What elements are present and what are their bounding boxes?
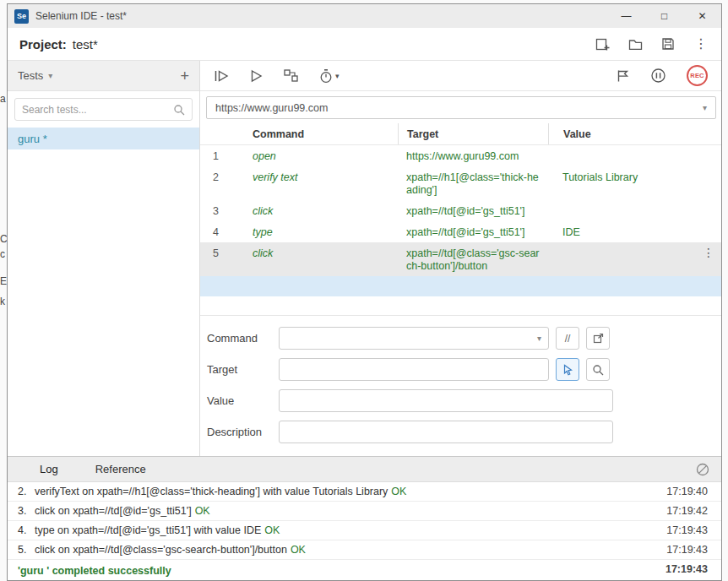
tests-sidebar: Tests ▾ + guru * (8, 61, 200, 456)
log-entry: 5.click on xpath=//td[@class='gsc-search… (8, 540, 721, 560)
chevron-down-icon[interactable]: ▾ (537, 334, 541, 343)
search-icon (592, 364, 604, 376)
clear-log-button[interactable] (696, 463, 709, 476)
test-list-item-guru[interactable]: guru * (8, 128, 199, 149)
find-target-button[interactable] (586, 358, 610, 381)
chevron-down-icon[interactable]: ▾ (48, 71, 52, 80)
log-entry: 2.verifyText on xpath=//h1[@class='thick… (8, 482, 721, 502)
table-row-selected[interactable]: 5 click xpath=//td[@class='gsc-search-bu… (200, 242, 721, 276)
command-cell: click (225, 242, 398, 276)
log-entry-text: verifyText on xpath=//h1[@class='thick-h… (35, 486, 388, 497)
log-entry-text: click on xpath=//td[@class='gsc-search-b… (35, 544, 287, 556)
log-panel: Log Reference 2.verifyText on xpath=//h1… (8, 456, 721, 580)
test-search-box (14, 98, 193, 121)
tab-reference[interactable]: Reference (77, 457, 165, 481)
base-url-combobox[interactable]: https://www.guru99.com ▾ (206, 96, 716, 119)
command-editor-form: Command ▾ // Target (200, 316, 721, 452)
log-entry-text: type on xpath=//td[@id='gs_tti51'] with … (35, 524, 261, 536)
log-entry-time: 17:19:43 (666, 524, 708, 537)
project-bar: Project: test* ⋮ (8, 28, 721, 61)
playback-toolbar: ▾ REC (200, 61, 721, 91)
project-name: test* (73, 37, 98, 52)
log-entry-status: OK (195, 505, 210, 517)
description-input[interactable] (279, 421, 613, 443)
command-cell: verify text (225, 166, 398, 200)
log-entry-time: 17:19:40 (666, 486, 708, 498)
empty-row[interactable] (200, 296, 721, 316)
maximize-icon: □ (661, 10, 667, 22)
pause-circle-icon (650, 68, 666, 84)
command-cell: open (225, 145, 398, 166)
log-entry-number: 3. (18, 505, 35, 518)
play-icon (250, 69, 263, 83)
maximize-button[interactable]: □ (645, 4, 683, 28)
command-column-header: Command (225, 123, 398, 144)
row-number: 5 (200, 242, 225, 276)
value-input[interactable] (279, 389, 613, 412)
log-entry: 4.type on xpath=//td[@id='gs_tti51'] wit… (8, 521, 721, 540)
external-link-icon (593, 333, 604, 344)
row-number: 4 (200, 221, 225, 242)
select-target-button[interactable] (556, 358, 579, 381)
run-current-test-button[interactable] (250, 69, 263, 83)
pause-on-exceptions-button[interactable] (650, 68, 666, 84)
log-entry-number: 5. (18, 544, 35, 557)
tests-dropdown[interactable]: Tests (18, 69, 43, 82)
more-menu-button[interactable]: ⋮ (693, 35, 709, 52)
save-project-button[interactable] (660, 35, 676, 52)
target-column-header: Target (398, 123, 548, 144)
step-over-button[interactable] (283, 68, 299, 83)
test-speed-button[interactable]: ▾ (319, 68, 340, 84)
record-button[interactable]: REC (687, 65, 708, 86)
row-number: 1 (200, 145, 225, 166)
add-test-button[interactable]: + (180, 68, 189, 84)
open-project-button[interactable] (627, 35, 644, 52)
target-field-label: Target (207, 363, 279, 376)
tests-header: Tests ▾ + (8, 61, 199, 91)
row-number: 3 (200, 200, 225, 221)
log-tab-bar: Log Reference (8, 457, 721, 482)
background-fragment: a (0, 93, 7, 105)
log-entry-number: 4. (18, 524, 35, 537)
table-row[interactable]: 3 click xpath=//td[@id='gs_tti51'] (200, 200, 721, 221)
log-entry-status: OK (264, 524, 280, 536)
log-success-message: 'guru ' completed successfully 17:19:43 (8, 560, 721, 579)
run-all-tests-button[interactable] (214, 69, 230, 83)
background-fragment: C (0, 233, 7, 245)
record-label: REC (690, 72, 704, 79)
new-project-button[interactable] (594, 35, 611, 52)
value-cell: Tutorials Library (548, 166, 721, 200)
chevron-down-icon[interactable]: ▾ (703, 103, 707, 112)
cursor-icon (562, 364, 573, 376)
value-column-header: Value (548, 123, 721, 144)
row-menu-button[interactable]: ⋮ (703, 247, 714, 258)
log-success-time: 17:19:43 (666, 563, 708, 575)
base-url-value: https://www.guru99.com (215, 102, 703, 114)
insertion-row[interactable] (200, 276, 721, 296)
value-field-label: Value (207, 394, 279, 407)
title-bar[interactable]: Se Selenium IDE - test* — □ ✕ (8, 4, 721, 28)
command-field-label: Command (207, 332, 279, 345)
log-entry: 3.click on xpath=//td[@id='gs_tti51']OK … (8, 502, 721, 521)
main-panel: ▾ REC https://www.guru99.com (200, 61, 721, 456)
toggle-comment-button[interactable]: // (556, 327, 579, 350)
log-entry-number: 2. (18, 486, 35, 498)
table-row[interactable]: 2 verify text xpath=//h1[@class='thick-h… (200, 166, 721, 200)
target-cell: xpath=//h1[@class='thick-heading'] (398, 166, 548, 200)
clear-log-icon (696, 463, 709, 476)
target-input[interactable] (279, 358, 549, 381)
table-row[interactable]: 1 open https://www.guru99.com (200, 145, 721, 166)
save-icon (660, 36, 676, 52)
window-title: Selenium IDE - test* (35, 10, 607, 22)
log-entry-status: OK (291, 544, 306, 556)
tab-log[interactable]: Log (21, 457, 77, 481)
open-reference-button[interactable] (586, 327, 610, 350)
close-button[interactable]: ✕ (683, 4, 721, 28)
table-row[interactable]: 4 type xpath=//td[@id='gs_tti51'] IDE (200, 221, 721, 242)
selenium-ide-window: Se Selenium IDE - test* — □ ✕ Project: t… (7, 3, 722, 581)
minimize-button[interactable]: — (607, 4, 645, 28)
target-cell: xpath=//td[@class='gsc-search-button']/b… (398, 242, 548, 276)
disable-breakpoints-button[interactable] (616, 69, 630, 83)
command-select[interactable]: ▾ (279, 327, 549, 350)
search-tests-input[interactable] (22, 104, 173, 116)
